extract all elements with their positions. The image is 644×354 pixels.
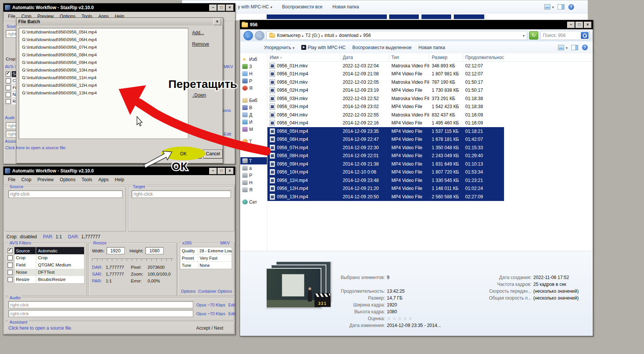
file-row[interactable]: 0956_02H.mkv2022-12-03 22:05Matroska Vid… bbox=[267, 78, 504, 86]
filter-checkbox[interactable] bbox=[8, 277, 13, 282]
close-button[interactable] bbox=[226, 168, 234, 174]
menu-help[interactable]: Help bbox=[112, 176, 127, 183]
open-source-file-link[interactable]: Click here to open a source file. bbox=[8, 325, 72, 331]
help-icon[interactable]: ? bbox=[568, 4, 574, 10]
toolbar-item[interactable]: Воспроизвести выделенное bbox=[352, 45, 412, 50]
edit-link-fragment[interactable]: Edit bbox=[224, 132, 231, 136]
toolbar-item[interactable]: Упорядочить bbox=[264, 45, 294, 50]
toolbar-item[interactable]: Воспроизвести все bbox=[282, 4, 323, 10]
sidebar-item[interactable]: Изб bbox=[240, 56, 267, 63]
file-row[interactable]: 0956_08H.mp42014-12-09 22:01MP4 Video Fi… bbox=[267, 152, 504, 160]
breadcrumb[interactable]: КомпьютерT2 (G:)intuitdownload956 bbox=[266, 31, 527, 40]
sidebar-item[interactable]: Д bbox=[240, 111, 267, 118]
sidebar-item[interactable]: Я bbox=[240, 186, 267, 193]
batch-file-list[interactable]: G:\intuit\download\956\0956_05H.mp4G:\in… bbox=[19, 28, 188, 139]
stat-label[interactable]: PAR: bbox=[43, 234, 53, 239]
accept-next-button[interactable]: Accept / Next bbox=[196, 325, 223, 331]
column-header-type[interactable]: Тип bbox=[389, 53, 429, 61]
ok-button[interactable]: OK bbox=[167, 150, 202, 159]
file-row[interactable]: 0956_03H.mkv2022-12-03 22:52Matroska Vid… bbox=[267, 94, 504, 103]
close-button[interactable] bbox=[226, 5, 234, 11]
column-header-name[interactable]: Имя▴ bbox=[267, 53, 340, 61]
sidebar-item[interactable]: Т bbox=[240, 157, 267, 164]
sidebar-item[interactable]: З bbox=[240, 63, 267, 70]
breadcrumb-dropdown-icon[interactable] bbox=[523, 33, 525, 38]
minimize-button[interactable] bbox=[567, 22, 575, 28]
sidebar-item[interactable]: Биб bbox=[240, 97, 267, 104]
filter-checkbox[interactable] bbox=[8, 248, 13, 253]
close-button[interactable] bbox=[584, 22, 592, 28]
file-row[interactable]: 0956_01H.mkv2022-12-03 22:04Matroska Vid… bbox=[267, 62, 504, 70]
file-row[interactable]: 0956_12H.mp42014-12-09 21:20MP4 Video Fi… bbox=[267, 185, 504, 193]
back-button[interactable] bbox=[243, 31, 253, 40]
file-row[interactable]: 0956_07H.mp42014-12-09 22:30MP4 Video Fi… bbox=[267, 144, 504, 152]
file-row[interactable]: 0956_06H.mp42014-12-09 22:47MP4 Video Fi… bbox=[267, 136, 504, 144]
column-header-date[interactable]: Дата bbox=[340, 53, 389, 61]
staxrip-titlebar[interactable]: Automatic Workflow - StaxRip v2.10.0 bbox=[3, 3, 235, 12]
sidebar-item[interactable]: а bbox=[240, 164, 267, 172]
breadcrumb-segment[interactable]: Компьютер bbox=[277, 33, 301, 38]
menu-preview[interactable]: Preview bbox=[34, 176, 57, 183]
views-button[interactable] bbox=[558, 45, 568, 50]
stat-label[interactable]: DAR: bbox=[68, 234, 79, 239]
avs-filter-row[interactable]: CropCrop bbox=[8, 254, 84, 262]
file-row[interactable]: 0956_05H.mp42014-12-09 23:35MP4 Video Fi… bbox=[267, 127, 504, 136]
forward-button[interactable] bbox=[255, 31, 264, 40]
views-button[interactable] bbox=[544, 4, 554, 10]
batch-file-item[interactable]: G:\intuit\download\956\0956_10H.mp4 bbox=[19, 66, 188, 74]
sidebar-item[interactable]: а bbox=[240, 145, 267, 152]
breadcrumb-segment[interactable]: download bbox=[339, 33, 358, 38]
width-input[interactable] bbox=[107, 247, 125, 254]
audio-track-input[interactable]: right-click bbox=[8, 301, 193, 308]
sidebar-item[interactable]: Т bbox=[240, 138, 267, 145]
target-input[interactable]: right-click bbox=[132, 190, 231, 198]
batch-file-item[interactable]: G:\intuit\download\956\0956_05H.mp4 bbox=[19, 28, 188, 36]
down-button[interactable]: Down bbox=[192, 92, 206, 98]
container-options-fragment[interactable]: ions bbox=[223, 108, 231, 113]
menu-file[interactable]: File bbox=[5, 176, 18, 183]
file-row[interactable]: 0956_04H.mp42014-12-09 22:16MP4 Video Fi… bbox=[267, 119, 504, 128]
minimize-button[interactable] bbox=[209, 5, 217, 11]
remove-button[interactable]: Remove bbox=[192, 41, 209, 47]
breadcrumb-segment[interactable]: T2 (G:) bbox=[305, 33, 320, 38]
menu-apps[interactable]: Apps bbox=[95, 176, 111, 183]
help-icon[interactable]: ? bbox=[582, 45, 588, 50]
container-options-link[interactable]: Container Options bbox=[198, 289, 232, 293]
batch-file-item[interactable]: G:\intuit\download\956\0956_06H.mp4 bbox=[19, 36, 188, 43]
menu-options[interactable]: Options bbox=[57, 176, 78, 183]
toolbar-item[interactable]: Новая папка bbox=[418, 45, 445, 50]
maximize-button[interactable] bbox=[218, 5, 225, 11]
sidebar-item[interactable]: Р bbox=[240, 172, 267, 179]
filter-checkbox[interactable] bbox=[6, 99, 11, 104]
toolbar-item[interactable]: y with MPC-HC bbox=[238, 4, 272, 10]
file-row[interactable]: 0956_01H.mp42014-12-09 21:08MP4 Video Fi… bbox=[267, 70, 504, 78]
explorer-titlebar[interactable]: 956 bbox=[240, 20, 593, 29]
file-row[interactable]: 0956_11H.mp42014-12-09 23:48MP4 Video Fi… bbox=[267, 176, 504, 185]
menu-crop[interactable]: Crop bbox=[18, 176, 34, 183]
resize-slider[interactable] bbox=[92, 258, 173, 261]
x265-setting-row[interactable]: TuneNone bbox=[180, 262, 232, 269]
dialog-titlebar[interactable]: File Batch bbox=[16, 18, 223, 26]
minimize-button[interactable] bbox=[209, 168, 217, 174]
batch-file-item[interactable]: G:\intuit\download\956\0956_12H.mp4 bbox=[19, 81, 188, 89]
sidebar-item[interactable]: Сет bbox=[240, 198, 267, 206]
column-header-size[interactable]: Размер bbox=[429, 53, 463, 61]
cancel-button[interactable]: Cancel bbox=[203, 150, 223, 159]
sidebar-item[interactable]: И bbox=[240, 118, 267, 126]
close-button[interactable] bbox=[213, 19, 221, 25]
x265-setting-row[interactable]: PresetVery Fast bbox=[180, 255, 232, 262]
codec-options-link[interactable]: Options bbox=[181, 289, 196, 293]
container-format-label[interactable]: MKV bbox=[219, 241, 231, 246]
maximize-button[interactable] bbox=[218, 168, 225, 174]
sidebar-item[interactable]: В bbox=[240, 104, 267, 111]
file-row[interactable]: 0956_02H.mp42014-12-09 23:19MP4 Video Fi… bbox=[267, 86, 504, 95]
avs-filter-row[interactable]: SourceAutomatic bbox=[8, 247, 84, 254]
filter-checkbox[interactable] bbox=[8, 263, 13, 268]
avs-filter-row[interactable]: ResizeBicubicResize bbox=[8, 276, 84, 283]
file-row[interactable]: 0956_09H.mp42014-12-09 21:38MP4 Video Fi… bbox=[267, 160, 504, 168]
file-row[interactable]: 0956_13H.mp42014-12-09 20:50MP4 Video Fi… bbox=[267, 193, 504, 201]
maximize-button[interactable] bbox=[576, 22, 583, 28]
stat-label[interactable]: SAR: bbox=[92, 272, 106, 276]
x265-setting-row[interactable]: Quality28 - Extreme Low bbox=[180, 247, 232, 255]
preview-pane-icon[interactable] bbox=[571, 45, 578, 50]
